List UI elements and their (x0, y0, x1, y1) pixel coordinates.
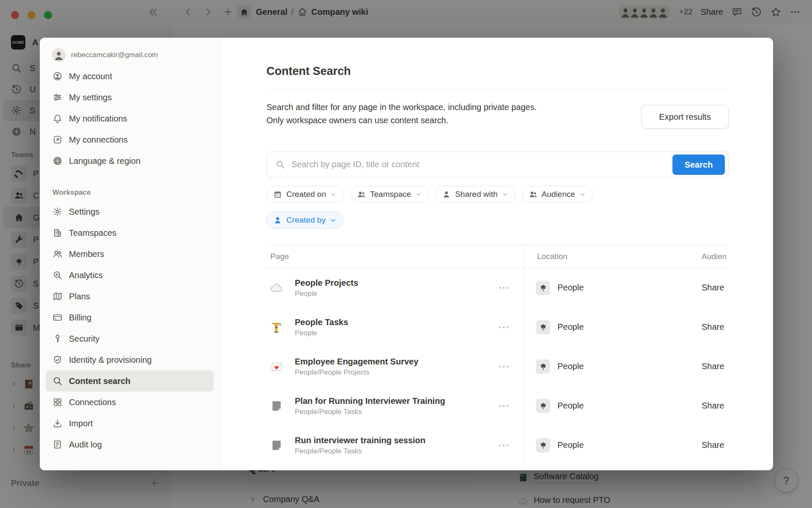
person-solid-icon (273, 216, 282, 225)
table-row[interactable]: People Projects People People Share (266, 268, 729, 307)
settings-nav-item[interactable]: My settings (46, 87, 214, 108)
shield-check-icon (52, 355, 63, 365)
location-name: People (557, 362, 584, 371)
settings-modal: rebeccamcakir@gmail.com My account My se… (40, 38, 773, 470)
settings-nav-item[interactable]: Audit log (46, 434, 214, 455)
audience-value: Share (702, 362, 729, 371)
page-description: Search and filter for any page in the wo… (266, 101, 596, 127)
settings-nav-panel: rebeccamcakir@gmail.com My account My se… (40, 38, 220, 470)
people-icon (52, 249, 63, 259)
workspace-section-label: Workspace (46, 182, 214, 201)
location-name: People (557, 401, 584, 411)
search-button[interactable]: Search (672, 155, 725, 175)
audience-value: Share (702, 440, 729, 450)
active-filter-chips: Created by (266, 212, 729, 229)
table-row[interactable]: People Tasks People People Share (266, 307, 729, 347)
table-row[interactable]: Employee Engagement Survey People/People… (266, 347, 729, 386)
table-row[interactable]: Plan for Running Interviewer Training Pe… (266, 386, 729, 425)
teamspace-badge (536, 359, 550, 374)
divider (266, 89, 729, 90)
audience-value: Share (702, 401, 729, 411)
column-header-page: Page (266, 252, 524, 261)
chevron-down-icon (579, 191, 586, 198)
location-name: People (557, 322, 584, 332)
bell-icon (52, 113, 63, 124)
settings-workspace-items: Settings Teamspaces Members Analytics Pl… (40, 201, 219, 455)
settings-nav-item[interactable]: Billing (46, 307, 214, 328)
settings-nav-item[interactable]: Language & region (46, 150, 214, 171)
settings-nav-item[interactable]: Import (46, 413, 214, 434)
gear-icon (52, 207, 63, 217)
grid-icon (52, 397, 63, 407)
people-solid-icon (357, 190, 366, 199)
page-title-cell[interactable]: People Projects (295, 277, 358, 288)
import-icon (52, 418, 63, 428)
page-path: People/People Tasks (295, 408, 445, 416)
settings-nav-item[interactable]: My connections (46, 129, 214, 150)
settings-nav-item[interactable]: Teamspaces (46, 222, 214, 243)
user-circle-icon (52, 71, 63, 81)
search-input[interactable] (291, 159, 728, 170)
filter-chips: Created on Teamspace Shared with (266, 186, 729, 203)
row-actions-icon[interactable] (497, 439, 510, 452)
settings-nav-item[interactable]: Settings (46, 201, 214, 222)
settings-nav-item[interactable]: Content search (46, 370, 214, 392)
row-actions-icon[interactable] (497, 321, 510, 334)
account-email: rebeccamcakir@gmail.com (71, 51, 158, 59)
love-letter-icon (270, 360, 283, 373)
settings-nav-item[interactable]: Plans (46, 286, 214, 307)
search-icon (275, 160, 285, 169)
export-results-button[interactable]: Export results (641, 105, 729, 129)
flower-icon (538, 362, 548, 371)
table-row[interactable]: Run interviewer training session People/… (266, 425, 729, 465)
page-path: People/People Tasks (295, 447, 425, 456)
analytics-icon (52, 270, 63, 280)
audience-value: Share (702, 322, 729, 332)
filter-chip[interactable]: Audience (522, 186, 593, 203)
globe-icon (52, 156, 63, 166)
chevron-down-icon (330, 217, 336, 224)
page-path: People (295, 290, 358, 298)
settings-nav-item[interactable]: Security (46, 328, 214, 349)
teamspace-badge (536, 438, 550, 453)
people-solid-icon (529, 190, 538, 199)
page-path: People (295, 329, 348, 337)
settings-nav-item[interactable]: Identity & provisioning (46, 349, 214, 370)
page-title-cell[interactable]: People Tasks (295, 317, 348, 328)
page-title-cell[interactable]: Plan for Running Interviewer Training (295, 395, 445, 406)
column-divider (524, 245, 525, 465)
chevron-down-icon (330, 191, 337, 198)
flower-icon (538, 283, 548, 293)
row-actions-icon[interactable] (497, 360, 510, 373)
map-icon (52, 291, 63, 301)
teamspace-badge (536, 399, 550, 413)
sliders-icon (52, 92, 63, 102)
page-icon (270, 399, 283, 413)
person-solid-icon (442, 190, 451, 199)
page-title-cell[interactable]: Run interviewer training session (295, 435, 425, 446)
location-name: People (557, 440, 584, 450)
chevron-down-icon (415, 191, 422, 198)
filter-chip[interactable]: Teamspace (350, 186, 429, 203)
settings-nav-item[interactable]: My notifications (46, 108, 214, 129)
settings-nav-item[interactable]: Members (46, 243, 214, 265)
content-search-pane: Content Search Search and filter for any… (220, 38, 773, 470)
row-actions-icon[interactable] (497, 282, 510, 294)
page-title: Content Search (266, 65, 729, 79)
row-actions-icon[interactable] (497, 400, 510, 412)
filter-chip-active[interactable]: Created by (266, 212, 343, 229)
page-path: People/People Projects (295, 368, 418, 377)
column-header-audience: Audien (702, 252, 729, 261)
filter-chip[interactable]: Created on (266, 186, 344, 203)
calendar-icon (273, 190, 282, 199)
page-icon (270, 439, 283, 452)
filter-chip[interactable]: Shared with (435, 186, 515, 203)
settings-nav-item[interactable]: My account (46, 66, 214, 87)
column-header-location: Location (524, 252, 702, 261)
settings-account-items: My account My settings My notifications … (40, 66, 219, 171)
external-icon (52, 135, 63, 145)
page-title-cell[interactable]: Employee Engagement Survey (295, 356, 418, 367)
settings-nav-item[interactable]: Connections (46, 392, 214, 413)
settings-nav-item[interactable]: Analytics (46, 265, 214, 286)
teamspace-badge (536, 320, 550, 334)
